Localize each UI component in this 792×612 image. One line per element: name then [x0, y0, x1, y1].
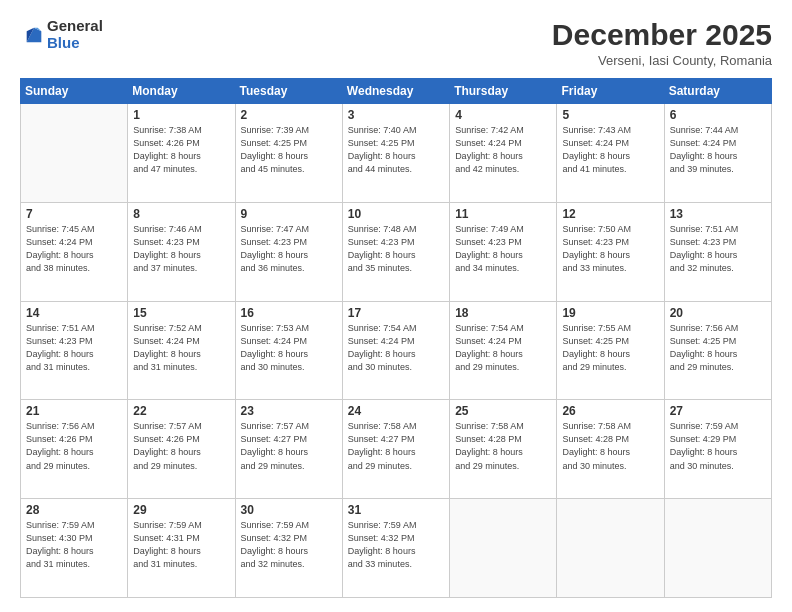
month-title: December 2025: [552, 18, 772, 51]
day-info: Sunrise: 7:57 AMSunset: 4:26 PMDaylight:…: [133, 420, 229, 472]
table-row: 17Sunrise: 7:54 AMSunset: 4:24 PMDayligh…: [342, 301, 449, 400]
col-sunday: Sunday: [21, 79, 128, 104]
day-number: 10: [348, 207, 444, 221]
week-row-2: 14Sunrise: 7:51 AMSunset: 4:23 PMDayligh…: [21, 301, 772, 400]
table-row: 12Sunrise: 7:50 AMSunset: 4:23 PMDayligh…: [557, 202, 664, 301]
header: General Blue December 2025 Verseni, Iasi…: [20, 18, 772, 68]
col-monday: Monday: [128, 79, 235, 104]
day-info: Sunrise: 7:55 AMSunset: 4:25 PMDaylight:…: [562, 322, 658, 374]
day-info: Sunrise: 7:54 AMSunset: 4:24 PMDaylight:…: [348, 322, 444, 374]
day-number: 25: [455, 404, 551, 418]
table-row: 9Sunrise: 7:47 AMSunset: 4:23 PMDaylight…: [235, 202, 342, 301]
day-info: Sunrise: 7:59 AMSunset: 4:29 PMDaylight:…: [670, 420, 766, 472]
week-row-1: 7Sunrise: 7:45 AMSunset: 4:24 PMDaylight…: [21, 202, 772, 301]
week-row-0: 1Sunrise: 7:38 AMSunset: 4:26 PMDaylight…: [21, 104, 772, 203]
table-row: [557, 499, 664, 598]
day-info: Sunrise: 7:50 AMSunset: 4:23 PMDaylight:…: [562, 223, 658, 275]
day-info: Sunrise: 7:49 AMSunset: 4:23 PMDaylight:…: [455, 223, 551, 275]
day-number: 21: [26, 404, 122, 418]
day-number: 27: [670, 404, 766, 418]
logo-icon: [23, 24, 45, 46]
day-number: 20: [670, 306, 766, 320]
col-saturday: Saturday: [664, 79, 771, 104]
day-info: Sunrise: 7:59 AMSunset: 4:30 PMDaylight:…: [26, 519, 122, 571]
day-number: 17: [348, 306, 444, 320]
table-row: 10Sunrise: 7:48 AMSunset: 4:23 PMDayligh…: [342, 202, 449, 301]
day-info: Sunrise: 7:56 AMSunset: 4:25 PMDaylight:…: [670, 322, 766, 374]
day-number: 9: [241, 207, 337, 221]
day-info: Sunrise: 7:59 AMSunset: 4:31 PMDaylight:…: [133, 519, 229, 571]
table-row: 31Sunrise: 7:59 AMSunset: 4:32 PMDayligh…: [342, 499, 449, 598]
logo-general-text: General: [47, 18, 103, 35]
day-info: Sunrise: 7:57 AMSunset: 4:27 PMDaylight:…: [241, 420, 337, 472]
day-info: Sunrise: 7:40 AMSunset: 4:25 PMDaylight:…: [348, 124, 444, 176]
table-row: 19Sunrise: 7:55 AMSunset: 4:25 PMDayligh…: [557, 301, 664, 400]
table-row: 6Sunrise: 7:44 AMSunset: 4:24 PMDaylight…: [664, 104, 771, 203]
day-info: Sunrise: 7:53 AMSunset: 4:24 PMDaylight:…: [241, 322, 337, 374]
day-info: Sunrise: 7:52 AMSunset: 4:24 PMDaylight:…: [133, 322, 229, 374]
table-row: 13Sunrise: 7:51 AMSunset: 4:23 PMDayligh…: [664, 202, 771, 301]
day-number: 3: [348, 108, 444, 122]
day-info: Sunrise: 7:59 AMSunset: 4:32 PMDaylight:…: [241, 519, 337, 571]
day-number: 18: [455, 306, 551, 320]
table-row: 2Sunrise: 7:39 AMSunset: 4:25 PMDaylight…: [235, 104, 342, 203]
table-row: 24Sunrise: 7:58 AMSunset: 4:27 PMDayligh…: [342, 400, 449, 499]
header-row: Sunday Monday Tuesday Wednesday Thursday…: [21, 79, 772, 104]
day-number: 2: [241, 108, 337, 122]
table-row: 1Sunrise: 7:38 AMSunset: 4:26 PMDaylight…: [128, 104, 235, 203]
table-row: 22Sunrise: 7:57 AMSunset: 4:26 PMDayligh…: [128, 400, 235, 499]
day-number: 19: [562, 306, 658, 320]
col-thursday: Thursday: [450, 79, 557, 104]
table-row: 4Sunrise: 7:42 AMSunset: 4:24 PMDaylight…: [450, 104, 557, 203]
day-number: 8: [133, 207, 229, 221]
table-row: 7Sunrise: 7:45 AMSunset: 4:24 PMDaylight…: [21, 202, 128, 301]
day-number: 5: [562, 108, 658, 122]
calendar-table: Sunday Monday Tuesday Wednesday Thursday…: [20, 78, 772, 598]
day-number: 6: [670, 108, 766, 122]
table-row: 14Sunrise: 7:51 AMSunset: 4:23 PMDayligh…: [21, 301, 128, 400]
table-row: 5Sunrise: 7:43 AMSunset: 4:24 PMDaylight…: [557, 104, 664, 203]
day-info: Sunrise: 7:48 AMSunset: 4:23 PMDaylight:…: [348, 223, 444, 275]
table-row: 20Sunrise: 7:56 AMSunset: 4:25 PMDayligh…: [664, 301, 771, 400]
table-row: 18Sunrise: 7:54 AMSunset: 4:24 PMDayligh…: [450, 301, 557, 400]
day-number: 22: [133, 404, 229, 418]
week-row-4: 28Sunrise: 7:59 AMSunset: 4:30 PMDayligh…: [21, 499, 772, 598]
day-info: Sunrise: 7:45 AMSunset: 4:24 PMDaylight:…: [26, 223, 122, 275]
table-row: 28Sunrise: 7:59 AMSunset: 4:30 PMDayligh…: [21, 499, 128, 598]
day-number: 31: [348, 503, 444, 517]
location: Verseni, Iasi County, Romania: [552, 53, 772, 68]
day-info: Sunrise: 7:51 AMSunset: 4:23 PMDaylight:…: [670, 223, 766, 275]
day-info: Sunrise: 7:38 AMSunset: 4:26 PMDaylight:…: [133, 124, 229, 176]
table-row: 26Sunrise: 7:58 AMSunset: 4:28 PMDayligh…: [557, 400, 664, 499]
day-number: 7: [26, 207, 122, 221]
table-row: 30Sunrise: 7:59 AMSunset: 4:32 PMDayligh…: [235, 499, 342, 598]
col-friday: Friday: [557, 79, 664, 104]
table-row: 25Sunrise: 7:58 AMSunset: 4:28 PMDayligh…: [450, 400, 557, 499]
table-row: 27Sunrise: 7:59 AMSunset: 4:29 PMDayligh…: [664, 400, 771, 499]
title-block: December 2025 Verseni, Iasi County, Roma…: [552, 18, 772, 68]
day-info: Sunrise: 7:54 AMSunset: 4:24 PMDaylight:…: [455, 322, 551, 374]
col-tuesday: Tuesday: [235, 79, 342, 104]
day-number: 16: [241, 306, 337, 320]
table-row: 29Sunrise: 7:59 AMSunset: 4:31 PMDayligh…: [128, 499, 235, 598]
table-row: 3Sunrise: 7:40 AMSunset: 4:25 PMDaylight…: [342, 104, 449, 203]
table-row: 16Sunrise: 7:53 AMSunset: 4:24 PMDayligh…: [235, 301, 342, 400]
day-number: 28: [26, 503, 122, 517]
day-info: Sunrise: 7:58 AMSunset: 4:28 PMDaylight:…: [562, 420, 658, 472]
day-info: Sunrise: 7:47 AMSunset: 4:23 PMDaylight:…: [241, 223, 337, 275]
day-info: Sunrise: 7:46 AMSunset: 4:23 PMDaylight:…: [133, 223, 229, 275]
table-row: 15Sunrise: 7:52 AMSunset: 4:24 PMDayligh…: [128, 301, 235, 400]
day-number: 1: [133, 108, 229, 122]
day-info: Sunrise: 7:59 AMSunset: 4:32 PMDaylight:…: [348, 519, 444, 571]
table-row: [664, 499, 771, 598]
table-row: 21Sunrise: 7:56 AMSunset: 4:26 PMDayligh…: [21, 400, 128, 499]
day-info: Sunrise: 7:51 AMSunset: 4:23 PMDaylight:…: [26, 322, 122, 374]
day-info: Sunrise: 7:42 AMSunset: 4:24 PMDaylight:…: [455, 124, 551, 176]
col-wednesday: Wednesday: [342, 79, 449, 104]
day-number: 29: [133, 503, 229, 517]
day-number: 15: [133, 306, 229, 320]
day-number: 23: [241, 404, 337, 418]
day-number: 12: [562, 207, 658, 221]
day-number: 30: [241, 503, 337, 517]
logo-blue-text: Blue: [47, 35, 103, 52]
